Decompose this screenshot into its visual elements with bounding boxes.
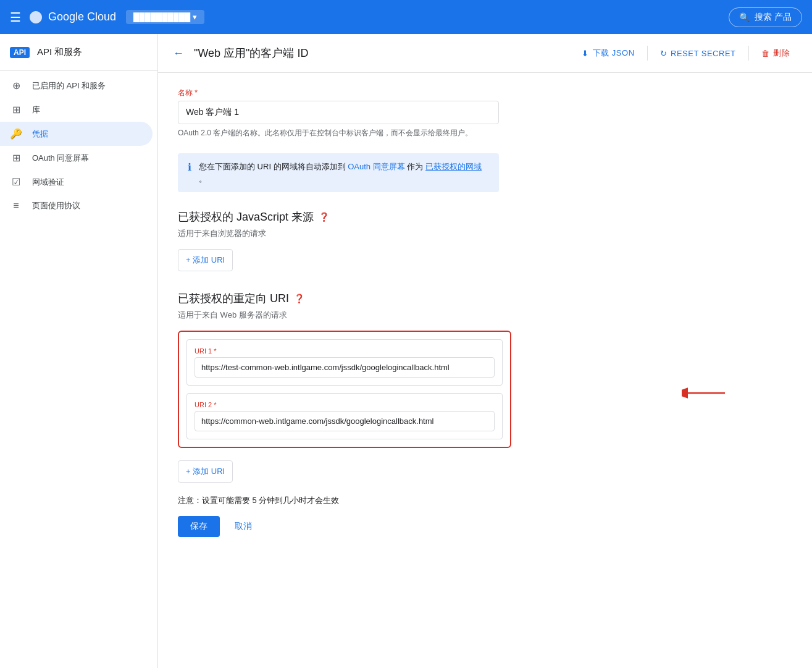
js-origins-subtitle: 适用于来自浏览器的请求 [178,228,694,239]
credentials-icon: 🔑 [10,128,22,140]
sidebar-header: API API 和服务 [0,39,157,68]
sidebar-title: API 和服务 [37,46,82,58]
sidebar-item-label-library: 库 [32,104,40,116]
uri2-input[interactable] [195,411,495,431]
name-hint: OAuth 2.0 客户端的名称。此名称仅用于在控制台中标识客户端，而不会显示给… [178,128,499,138]
sidebar-item-library[interactable]: ⊞ 库 [0,98,153,122]
info-box-text: 您在下面添加的 URI 的网域将自动添加到 OAuth 同意屏幕 作为 已获授权… [199,161,489,185]
pageusage-icon: ≡ [10,200,22,211]
back-button[interactable]: ← [173,47,184,60]
sidebar-item-label-enabled: 已启用的 API 和服务 [32,80,106,91]
sidebar-item-label-domain: 网域验证 [32,177,64,188]
sidebar-item-oauth[interactable]: ⊞ OAuth 同意屏幕 [0,146,153,170]
top-nav: ☰ Google Cloud ██████████ ▾ 🔍 搜索 产品 [0,0,812,34]
header-actions: ⬇ 下载 JSON ↻ RESET SECRET 🗑 删除 [574,44,797,62]
domain-icon: ☑ [10,176,22,188]
name-input[interactable] [178,101,499,124]
sidebar-item-domain[interactable]: ☑ 网域验证 [0,170,153,194]
project-name: ██████████ ▾ [133,12,197,22]
sidebar-item-enabled[interactable]: ⊕ 已启用的 API 和服务 [0,74,153,98]
library-icon: ⊞ [10,104,22,116]
app-logo: Google Cloud [28,10,116,25]
page-header: ← "Web 应用"的客户端 ID ⬇ 下载 JSON ↻ RESET SECR… [158,34,812,73]
redirect-uri-section: 已获授权的重定向 URI ❓ 适用于来自 Web 服务器的请求 URI 1 * [178,291,694,483]
add-js-uri-button[interactable]: + 添加 URI [178,249,233,271]
authorized-domains-link[interactable]: 已获授权的网域 [425,162,482,171]
arrow-svg [682,384,731,402]
reset-secret-button[interactable]: ↻ RESET SECRET [653,45,743,62]
name-field-group: 名称 * OAuth 2.0 客户端的名称。此名称仅用于在控制台中标识客户端，而… [178,88,694,138]
search-icon: 🔍 [739,12,750,22]
sidebar-divider [0,70,157,71]
enabled-icon: ⊕ [10,80,22,91]
name-label: 名称 * [178,88,694,98]
sidebar-item-pageusage[interactable]: ≡ 页面使用协议 [0,194,153,218]
cancel-button[interactable]: 取消 [227,516,259,537]
api-badge: API [10,47,30,58]
sidebar-item-credentials[interactable]: 🔑 凭据 [0,122,153,146]
sidebar-item-label-credentials: 凭据 [32,129,48,140]
uri1-field-group: URI 1 * [186,339,503,386]
redirect-uri-title: 已获授权的重定向 URI ❓ [178,291,694,306]
add-redirect-uri-button[interactable]: + 添加 URI [178,460,233,483]
sidebar: API API 和服务 ⊕ 已启用的 API 和服务 ⊞ 库 🔑 凭据 ⊞ OA… [0,34,158,668]
uri1-required: * [214,347,216,355]
uri2-required: * [214,401,216,408]
divider2 [748,46,749,61]
main-layout: API API 和服务 ⊕ 已启用的 API 和服务 ⊞ 库 🔑 凭据 ⊞ OA… [0,34,812,668]
download-icon: ⬇ [582,49,589,58]
page-title: "Web 应用"的客户端 ID [194,46,564,61]
footer-buttons: 保存 取消 [178,516,694,537]
divider [647,46,648,61]
search-label: 搜索 产品 [755,12,792,23]
google-cloud-icon [28,10,43,25]
js-origins-section: 已获授权的 JavaScript 来源 ❓ 适用于来自浏览器的请求 + 添加 U… [178,209,694,271]
uri1-label: URI 1 * [195,347,495,355]
main-content: ← "Web 应用"的客户端 ID ⬇ 下载 JSON ↻ RESET SECR… [158,34,812,668]
uri1-input[interactable] [195,357,495,378]
redirect-uri-subtitle: 适用于来自 Web 服务器的请求 [178,310,694,321]
delete-icon: 🗑 [761,49,770,58]
info-box: ℹ 您在下面添加的 URI 的网域将自动添加到 OAuth 同意屏幕 作为 已获… [178,153,499,192]
sidebar-item-label-oauth: OAuth 同意屏幕 [32,153,89,164]
js-origins-title: 已获授权的 JavaScript 来源 ❓ [178,209,694,224]
delete-button[interactable]: 🗑 删除 [754,44,798,62]
search-bar[interactable]: 🔍 搜索 产品 [729,7,802,27]
js-help-icon[interactable]: ❓ [319,212,329,222]
download-json-button[interactable]: ⬇ 下载 JSON [574,44,642,62]
name-required-marker: * [195,88,198,97]
reset-icon: ↻ [660,49,668,58]
uri-highlighted-group: URI 1 * URI 2 * [178,331,511,448]
project-selector[interactable]: ██████████ ▾ [126,10,204,24]
save-button[interactable]: 保存 [178,516,220,537]
menu-icon[interactable]: ☰ [10,10,21,25]
redirect-help-icon[interactable]: ❓ [294,294,304,303]
oauth-consent-link[interactable]: OAuth 同意屏幕 [348,162,404,171]
info-icon: ℹ [188,161,191,173]
uri2-field-group: URI 2 * [186,393,503,439]
form-content: 名称 * OAuth 2.0 客户端的名称。此名称仅用于在控制台中标识客户端，而… [158,73,714,552]
sidebar-item-label-pageusage: 页面使用协议 [32,200,80,211]
uri2-label: URI 2 * [195,401,495,408]
oauth-icon: ⊞ [10,152,22,164]
note-text: 注意：设置可能需要 5 分钟到几小时才会生效 [178,495,694,506]
red-arrow-annotation [682,384,731,402]
logo-text: Google Cloud [48,11,116,23]
